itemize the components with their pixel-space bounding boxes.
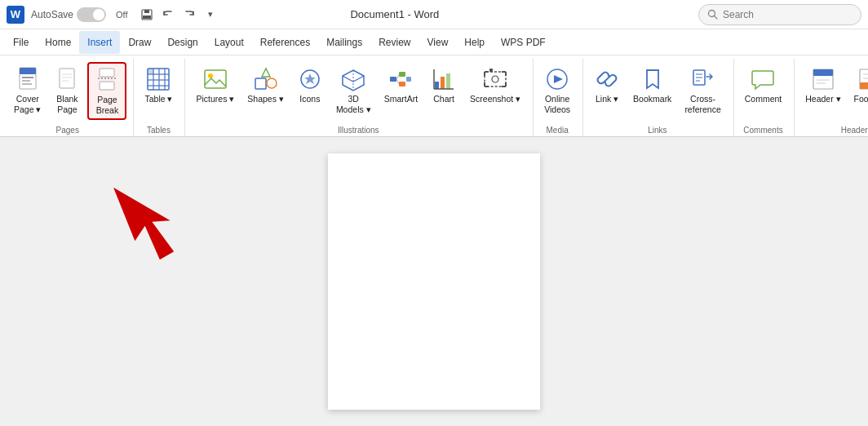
page-break-icon	[94, 67, 120, 93]
search-input[interactable]	[723, 9, 845, 20]
cover-page-button[interactable]: CoverPage ▾	[8, 62, 46, 118]
ribbon: CoverPage ▾ BlankPage	[0, 55, 868, 137]
shapes-button[interactable]: Shapes ▾	[241, 62, 290, 109]
svg-rect-14	[100, 69, 114, 77]
comment-button[interactable]: Comment	[739, 62, 788, 109]
3d-models-button[interactable]: 3DModels ▾	[330, 62, 377, 118]
menu-review[interactable]: Review	[370, 31, 418, 54]
ribbon-group-media: OnlineVideos Media	[535, 59, 583, 136]
svg-rect-35	[406, 77, 411, 82]
menu-references[interactable]: References	[252, 31, 318, 54]
table-icon	[145, 66, 171, 92]
link-icon	[594, 66, 620, 92]
blank-page-button[interactable]: BlankPage	[48, 62, 86, 118]
links-group-label: Links	[588, 124, 727, 136]
menu-view[interactable]: View	[419, 31, 457, 54]
pictures-button[interactable]: Pictures ▾	[190, 62, 240, 109]
smartart-button[interactable]: SmartArt	[379, 62, 423, 109]
cross-reference-label: Cross-reference	[684, 94, 720, 114]
svg-rect-43	[485, 72, 506, 87]
links-buttons: Link ▾ Bookmark	[588, 59, 727, 124]
search-box[interactable]	[698, 4, 861, 25]
menu-home[interactable]: Home	[37, 31, 79, 54]
screenshot-label: Screenshot ▾	[470, 94, 520, 104]
online-videos-button[interactable]: OnlineVideos	[538, 62, 576, 118]
svg-point-26	[208, 73, 213, 78]
svg-rect-8	[22, 80, 30, 82]
header-label: Header ▾	[805, 94, 840, 104]
svg-point-45	[492, 76, 498, 82]
more-commands-icon[interactable]: ▾	[200, 4, 221, 25]
menu-mailings[interactable]: Mailings	[318, 31, 370, 54]
comments-group-label: Comments	[739, 124, 788, 136]
chart-button[interactable]: Chart	[425, 62, 463, 109]
svg-rect-6	[20, 68, 36, 74]
autosave-toggle[interactable]	[77, 7, 106, 22]
menu-help[interactable]: Help	[456, 31, 493, 54]
menu-insert[interactable]: Insert	[79, 31, 120, 54]
save-icon[interactable]	[136, 4, 157, 25]
redo-icon[interactable]	[179, 4, 200, 25]
menu-design[interactable]: Design	[159, 31, 206, 54]
cover-page-icon	[15, 66, 41, 92]
footer-label: Footer ▾	[854, 94, 868, 104]
svg-marker-55	[554, 75, 563, 83]
online-videos-icon	[544, 66, 570, 92]
cover-page-label: CoverPage ▾	[14, 94, 41, 114]
arrow-annotation	[106, 162, 204, 262]
footer-button[interactable]: Footer ▾	[848, 62, 868, 109]
icons-button[interactable]: Icons	[291, 62, 329, 109]
autosave-off-label: Off	[116, 10, 127, 20]
ribbon-group-header-footer: Header ▾ Footer ▾	[796, 59, 868, 136]
svg-rect-32	[390, 77, 396, 82]
menu-draw[interactable]: Draw	[120, 31, 159, 54]
menu-wps[interactable]: WPS PDF	[493, 31, 554, 54]
blank-page-label: BlankPage	[56, 94, 78, 114]
menu-file[interactable]: File	[5, 31, 37, 54]
document-title: Document1 - Word	[350, 8, 439, 20]
document-area	[0, 137, 868, 426]
svg-rect-33	[399, 72, 405, 77]
svg-marker-29	[262, 69, 270, 77]
header-footer-buttons: Header ▾ Footer ▾	[799, 59, 868, 124]
svg-line-4	[715, 16, 717, 19]
footer-icon	[857, 66, 868, 92]
icons-label: Icons	[299, 94, 320, 104]
ribbon-group-links: Link ▾ Bookmark	[585, 59, 734, 136]
header-footer-group-label: Header & Footer	[799, 124, 868, 136]
illustrations-group-label: Illustrations	[190, 124, 526, 136]
link-button[interactable]: Link ▾	[588, 62, 626, 109]
svg-rect-66	[860, 82, 868, 89]
chart-label: Chart	[433, 94, 454, 104]
comment-icon	[750, 66, 776, 92]
svg-rect-27	[255, 78, 266, 89]
undo-icon[interactable]	[157, 4, 179, 25]
svg-marker-71	[106, 171, 184, 260]
svg-rect-7	[22, 77, 33, 78]
page-break-label: PageBreak	[96, 95, 118, 115]
svg-rect-25	[205, 70, 226, 88]
svg-marker-31	[304, 73, 316, 84]
ribbon-group-comments: Comment Comments	[736, 59, 795, 136]
page-break-button[interactable]: PageBreak	[87, 62, 126, 120]
icons-icon	[297, 66, 323, 92]
online-videos-label: OnlineVideos	[544, 94, 570, 114]
header-button[interactable]: Header ▾	[799, 62, 846, 109]
ribbon-group-pages: CoverPage ▾ BlankPage	[5, 59, 134, 136]
svg-rect-16	[100, 82, 114, 90]
cross-reference-button[interactable]: Cross-reference	[679, 62, 726, 118]
svg-rect-40	[446, 73, 450, 89]
svg-rect-34	[399, 82, 405, 87]
screenshot-button[interactable]: Screenshot ▾	[464, 62, 526, 109]
search-icon	[707, 9, 718, 20]
word-logo: W	[7, 6, 24, 24]
menu-layout[interactable]: Layout	[206, 31, 252, 54]
table-label: Table ▾	[144, 94, 172, 104]
screenshot-icon	[482, 66, 508, 92]
ribbon-group-illustrations: Pictures ▾ Shapes ▾	[187, 59, 534, 136]
svg-rect-44	[489, 69, 493, 72]
bookmark-button[interactable]: Bookmark	[627, 62, 677, 109]
table-button[interactable]: Table ▾	[139, 62, 178, 109]
document-page	[328, 153, 540, 410]
tables-group-label: Tables	[139, 124, 178, 136]
